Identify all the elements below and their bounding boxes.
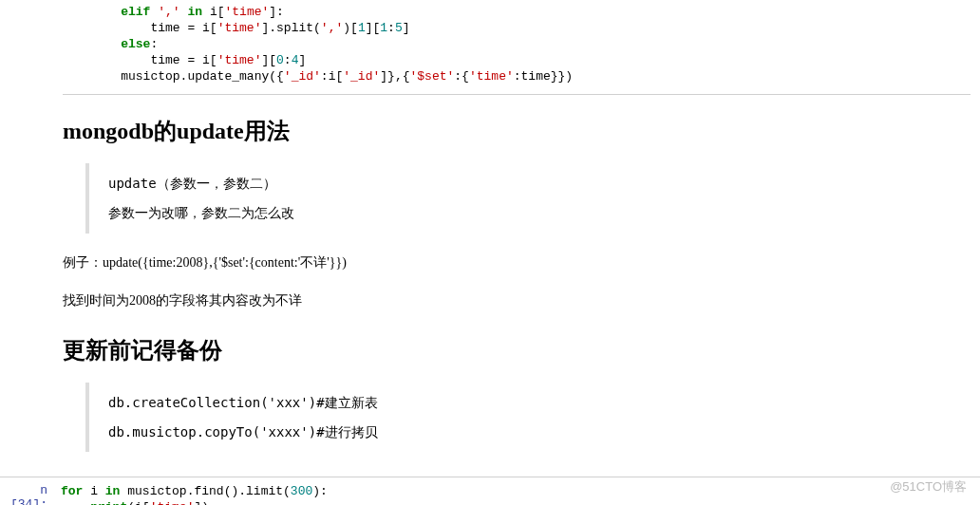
- quote-line: db.musictop.copyTo('xxxx')#进行拷贝: [108, 418, 971, 447]
- example-paragraph: 例子：update({time:2008},{'$set':{content:'…: [63, 251, 971, 276]
- quote-line: 参数一为改哪，参数二为怎么改: [108, 198, 971, 228]
- notebook-cell: n [34]: for i in musictop.find().limit(3…: [0, 477, 980, 505]
- code-block-top: elif ',' in i['time']: time = i['time'].…: [63, 0, 971, 95]
- cell-code: for i in musictop.find().limit(300): pri…: [55, 477, 980, 505]
- quote-update-usage: update（参数一，参数二） 参数一为改哪，参数二为怎么改: [85, 163, 971, 234]
- heading-mongodb-update: mongodb的update用法: [63, 116, 971, 146]
- quote-line: update（参数一，参数二）: [108, 169, 971, 198]
- cell-prompt: n [34]:: [0, 477, 55, 505]
- watermark: @51CTO博客: [890, 478, 967, 496]
- quote-line: db.createCollection('xxx')#建立新表: [108, 388, 971, 418]
- heading-backup: 更新前记得备份: [63, 335, 971, 365]
- explanation-paragraph: 找到时间为2008的字段将其内容改为不详: [63, 289, 971, 314]
- quote-backup-commands: db.createCollection('xxx')#建立新表 db.music…: [85, 383, 971, 453]
